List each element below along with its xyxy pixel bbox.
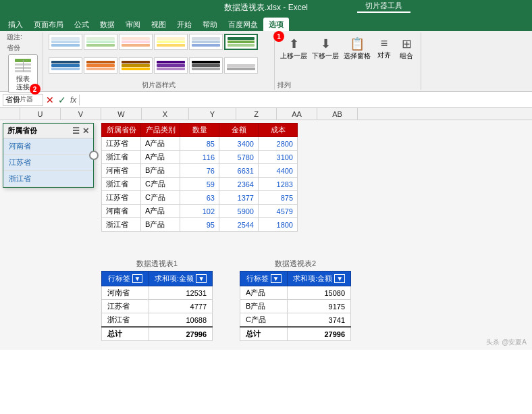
group-slicer-styles-label: 切片器样式 [142, 80, 176, 90]
slicer-item-浙江省[interactable]: 浙江省 [3, 171, 93, 187]
slicer-swatch-2[interactable] [119, 34, 153, 50]
dt-header-数量: 数量 [180, 124, 219, 137]
annotation-1: 1 [273, 31, 284, 42]
pivot-header: 求和项:金额 ▼ [149, 271, 213, 286]
pivot-row: C产品3741 [240, 313, 351, 328]
slicer-panel: 所属省份 ☰ ✕ 河南省江苏省浙江省 [3, 123, 94, 188]
pivot-row: 浙江省10688 [102, 313, 213, 328]
col-header-X: X [142, 108, 189, 120]
data-table-row: 河南省B产品7666314400 [102, 164, 298, 178]
ribbon-tab-插入[interactable]: 插入 [3, 18, 28, 31]
ribbon-tab-数据[interactable]: 数据 [95, 18, 120, 31]
slicer-swatch-1[interactable] [84, 34, 117, 50]
slicer-swatch-9[interactable] [154, 57, 188, 74]
ribbon-tab-选项[interactable]: 选项 [263, 18, 289, 31]
col-header-W: W [101, 108, 142, 120]
ribbon-tab-百度网盘[interactable]: 百度网盘 [223, 18, 263, 31]
group-button[interactable]: ⊞ 组合 [396, 35, 417, 62]
align-button[interactable]: ≡ 对齐 [374, 35, 394, 62]
pivot-row: B产品9175 [240, 300, 351, 313]
pivot2-title: 数据透视表2 [240, 259, 351, 269]
annotation-2: 2 [30, 84, 41, 95]
confirm-icon[interactable]: ✓ [58, 95, 66, 105]
ribbon-group-arrange: 1 ⬆ 上移一层 ⬇ 下移一层 📋 选择窗格 ≡ 对齐 ⊞ 组合 [275, 32, 421, 90]
slicer-item-江苏省[interactable]: 江苏省 [3, 155, 93, 171]
ribbon-tab-帮助[interactable]: 帮助 [197, 18, 223, 31]
data-table-row: 江苏省A产品8534002800 [102, 137, 298, 151]
pivot-header: 求和项:金额 ▼ [288, 271, 351, 286]
group-slicer-label: 切片器 [13, 93, 33, 104]
slicer-tool-label: 切片器工具 [357, 0, 410, 13]
slicer-filter-icon[interactable]: ☰ [72, 126, 80, 136]
col-header-Z: Z [236, 108, 277, 120]
ribbon-tab-审阅[interactable]: 审阅 [120, 18, 146, 31]
data-table-row: 浙江省C产品5923641283 [102, 178, 298, 191]
watermark: 头杀 @安夏A [486, 338, 527, 347]
slicer-clear-icon[interactable]: ✕ [82, 126, 89, 136]
ribbon-tab-公式[interactable]: 公式 [69, 18, 95, 31]
ribbon-tab-开始[interactable]: 开始 [171, 18, 197, 31]
dt-header-成本: 成本 [259, 124, 298, 137]
pivot2-table: 行标签 ▼求和项:金额 ▼ A产品15080B产品9175C产品3741总计27… [240, 271, 351, 341]
data-table-row: 河南省A产品10259004579 [102, 205, 298, 218]
ribbon-tab-视图[interactable]: 视图 [146, 18, 171, 31]
pivot-row: 江苏省4777 [102, 300, 213, 313]
report-connect-icon [12, 56, 34, 75]
col-header-AB: AB [317, 108, 358, 120]
slicer-title: 所属省份 ☰ ✕ [3, 124, 93, 138]
slicer-swatch-6[interactable] [49, 57, 82, 74]
slicer-swatch-7[interactable] [84, 57, 117, 74]
pivot-row: A产品15080 [240, 286, 351, 300]
pivot-header: 行标签 ▼ [102, 271, 149, 286]
slicer-scroll-handle[interactable] [89, 151, 99, 160]
cancel-icon[interactable]: ✕ [46, 95, 54, 105]
slicer-swatch-3[interactable] [154, 34, 188, 50]
slicer-swatch-0[interactable] [49, 34, 82, 50]
pivot-table-1: 数据透视表1 行标签 ▼求和项:金额 ▼ 河南省12531江苏省4777浙江省1… [101, 259, 213, 341]
slicer-swatch-10[interactable] [189, 57, 223, 74]
pivot-row: 河南省12531 [102, 286, 213, 300]
col-header-U: U [20, 108, 61, 120]
data-table-area: 所属省份产品类别数量金额成本 江苏省A产品8534002800浙江省A产品116… [101, 123, 298, 232]
slicer-swatch-11[interactable] [224, 57, 258, 74]
dt-header-金额: 金额 [219, 124, 259, 137]
dt-header-产品类别: 产品类别 [141, 124, 180, 137]
pivot-total-row: 总计27996 [240, 327, 351, 341]
group-arrange-label: 排列 [277, 80, 291, 90]
pivot-total-row: 总计27996 [102, 327, 213, 341]
col-header-Y: Y [189, 108, 236, 120]
slicer-item-河南省[interactable]: 河南省 [3, 138, 93, 155]
col-header-AA: AA [277, 108, 317, 120]
ribbon-tab-页面布局[interactable]: 页面布局 [28, 18, 69, 31]
ribbon-group-slicer-styles: 切片器样式 [43, 32, 275, 90]
col-header-V: V [61, 108, 101, 120]
data-table-row: 浙江省A产品11657803100 [102, 151, 298, 164]
slicer-swatch-4[interactable] [189, 34, 223, 50]
formula-input[interactable] [82, 96, 529, 104]
pivot1-table: 行标签 ▼求和项:金额 ▼ 河南省12531江苏省4777浙江省10688总计2… [101, 271, 213, 341]
ribbon-group-slicer: 题注: 省份 报表连接 2 [3, 32, 43, 90]
dt-header-所属省份: 所属省份 [102, 124, 141, 137]
fx-label: fx [70, 95, 76, 105]
slicer-swatch-8[interactable] [119, 57, 153, 74]
pivot-table-2: 数据透视表2 行标签 ▼求和项:金额 ▼ A产品15080B产品9175C产品3… [240, 259, 351, 341]
report-connect-label: 报表连接 [16, 75, 30, 91]
pivot-header: 行标签 ▼ [240, 271, 288, 286]
title-text: 数据透视表.xlsx - Excel [224, 2, 308, 14]
slicer-swatch-5[interactable] [224, 34, 258, 50]
svg-rect-4 [23, 60, 24, 72]
data-table: 所属省份产品类别数量金额成本 江苏省A产品8534002800浙江省A产品116… [101, 123, 298, 232]
select-pane-button[interactable]: 📋 选择窗格 [342, 35, 372, 62]
data-table-row: 浙江省B产品9525441800 [102, 218, 298, 232]
move-down-button[interactable]: ⬇ 下移一层 [311, 35, 340, 62]
pivot1-title: 数据透视表1 [101, 259, 213, 269]
data-table-row: 江苏省C产品631377875 [102, 191, 298, 205]
